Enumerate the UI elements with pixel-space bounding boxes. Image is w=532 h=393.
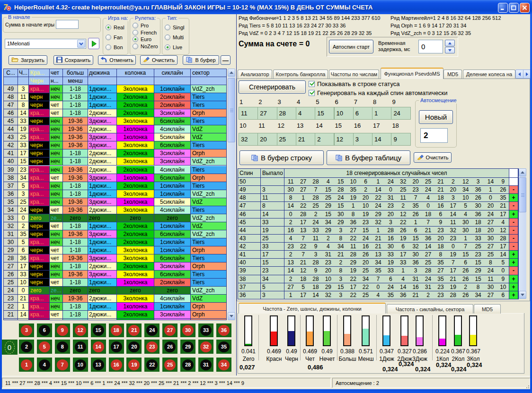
load-button[interactable]: Загрузить: [9, 55, 47, 65]
tab-2[interactable]: Частоты по числам: [329, 70, 379, 79]
roulette-cell-0[interactable]: 0: [2, 340, 18, 355]
roulette-cell-21[interactable]: 21: [126, 323, 142, 337]
header-cell[interactable]: сиклайн: [154, 69, 191, 77]
cancel-button[interactable]: Отменить: [98, 55, 136, 65]
generated-table[interactable]: СпинВыпало18 сгенерированных случайных ч…: [238, 168, 519, 299]
header-cell[interactable]: [18, 77, 29, 85]
gen-scrollbar-thumb[interactable]: [519, 177, 526, 212]
radio-icon[interactable]: [133, 30, 138, 35]
gen-header-out[interactable]: Выпало: [261, 169, 284, 178]
spins-scroll-up-icon[interactable]: [228, 69, 235, 77]
roulette-cell-13[interactable]: 13: [91, 358, 106, 372]
roulette-cell-28[interactable]: 28: [180, 358, 195, 372]
tab-1[interactable]: Контроль банкролла: [273, 70, 328, 79]
title-bar[interactable]: 7 HelperRoullet 4.32- create helperroull…: [0, 0, 532, 14]
roulette-cell-18[interactable]: 18: [109, 323, 124, 337]
checkbox-icon[interactable]: [309, 81, 315, 87]
roulette-cell-10[interactable]: 10: [73, 358, 88, 372]
roulette-cell-12[interactable]: 12: [73, 323, 88, 337]
delay-spin-down[interactable]: [445, 47, 455, 53]
header-cell[interactable]: менш: [63, 77, 88, 85]
gen-header-numbers[interactable]: 18 сгенерированных случайных чисел: [284, 169, 509, 178]
tab-5[interactable]: Деление колеса на: [463, 70, 515, 79]
save-button[interactable]: Сохранить: [53, 55, 93, 65]
header-cell[interactable]: Кра...: [29, 69, 50, 77]
roulette-cell-14[interactable]: 14: [91, 340, 106, 354]
header-cell[interactable]: больш: [63, 69, 88, 77]
roulette-cell-2[interactable]: 2: [19, 340, 34, 354]
radio-fan[interactable]: Fan: [106, 35, 123, 40]
roulette-cell-27[interactable]: 27: [162, 323, 177, 337]
radio-icon[interactable]: [165, 44, 170, 50]
roulette-cell-11[interactable]: 11: [73, 340, 88, 354]
header-cell[interactable]: [154, 77, 191, 85]
resize-grip-icon[interactable]: [525, 384, 530, 389]
radio-multi[interactable]: Multi: [165, 35, 184, 40]
header-cell[interactable]: сектор: [191, 69, 227, 77]
header-cell[interactable]: колонка: [117, 69, 154, 77]
radio-icon[interactable]: [133, 44, 138, 49]
roulette-cell-9[interactable]: 9: [55, 323, 70, 337]
roulette-cell-33[interactable]: 33: [198, 323, 213, 337]
delay-input[interactable]: 0: [418, 40, 443, 53]
gen-header-status[interactable]: [509, 169, 518, 178]
roulette-cell-25[interactable]: 25: [162, 358, 177, 372]
roulette-cell-3[interactable]: 3: [19, 323, 34, 337]
spins-scroll-down-icon[interactable]: [228, 312, 235, 320]
tab-scroll-left-icon[interactable]: [516, 70, 523, 78]
radio-icon[interactable]: [165, 25, 170, 30]
checkbox-show-status[interactable]: Показывать в строке статуса: [309, 80, 400, 87]
freq-tab-1[interactable]: Частота - сиклайны, сектора: [387, 304, 473, 314]
freq-tab-2[interactable]: MD5: [474, 304, 501, 314]
maximize-button[interactable]: [509, 3, 519, 13]
roulette-cell-17[interactable]: 17: [109, 340, 124, 354]
roulette-cell-26[interactable]: 26: [162, 340, 177, 354]
radio-icon[interactable]: [106, 25, 111, 30]
tab-4[interactable]: MD5: [443, 70, 462, 79]
roulette-cell-32[interactable]: 32: [198, 340, 213, 354]
radio-bon[interactable]: Bon: [106, 44, 123, 50]
checkbox-icon[interactable]: [309, 90, 315, 96]
roulette-cell-31[interactable]: 31: [198, 358, 213, 372]
header-cell[interactable]: Черн: [29, 77, 50, 85]
header-cell[interactable]: н...: [50, 77, 63, 85]
gen-scroll-down-icon[interactable]: [519, 291, 526, 299]
radio-icon[interactable]: [133, 23, 138, 28]
radio-real[interactable]: Real: [106, 25, 124, 30]
roulette-cell-1[interactable]: 1: [19, 358, 34, 372]
roulette-cell-19[interactable]: 19: [126, 358, 142, 372]
radio-icon[interactable]: [165, 35, 170, 40]
radio-euro[interactable]: Euro: [133, 36, 151, 42]
radio-singl[interactable]: Singl: [165, 25, 184, 30]
header-cell[interactable]: Ч...: [18, 69, 29, 77]
close-button[interactable]: [520, 3, 530, 13]
header-cell[interactable]: чет: [50, 69, 63, 77]
tab-scroll-right-icon[interactable]: [523, 70, 531, 78]
gen-scroll-up-icon[interactable]: [519, 168, 526, 176]
spins-table[interactable]: С...Ч...Кра...четбольшдюжинаколонкасикла…: [3, 69, 227, 320]
radio-live[interactable]: Live: [165, 44, 182, 50]
combobox-dropdown-button[interactable]: [77, 40, 85, 48]
header-cell[interactable]: дюжина: [88, 69, 117, 77]
roulette-cell-15[interactable]: 15: [91, 323, 106, 337]
roulette-cell-29[interactable]: 29: [180, 340, 195, 354]
roulette-cell-16[interactable]: 16: [109, 358, 124, 372]
radio-pro[interactable]: Pro: [133, 23, 149, 28]
radio-nozero[interactable]: NoZero: [133, 44, 158, 49]
checkbox-auto-generate[interactable]: Генерировать на каждый спин автоматическ…: [309, 89, 448, 96]
header-cell[interactable]: [4, 77, 18, 85]
header-cell[interactable]: [117, 77, 154, 85]
roulette-cell-5[interactable]: 5: [37, 340, 52, 354]
collapse-button[interactable]: —: [221, 55, 231, 65]
buffer-row-button[interactable]: В буфер строку: [239, 150, 324, 165]
roulette-cell-6[interactable]: 6: [37, 323, 52, 337]
roulette-cell-20[interactable]: 20: [126, 340, 142, 354]
play-button[interactable]: [88, 38, 99, 49]
header-cell[interactable]: [88, 77, 117, 85]
roulette-cell-7[interactable]: 7: [55, 358, 70, 372]
spins-scrollbar-thumb[interactable]: [228, 78, 235, 142]
tab-0[interactable]: Анализатор: [238, 70, 272, 79]
radio-icon[interactable]: [133, 36, 138, 42]
new-offset-button[interactable]: Новый: [419, 110, 453, 124]
roulette-cell-23[interactable]: 23: [144, 340, 160, 354]
